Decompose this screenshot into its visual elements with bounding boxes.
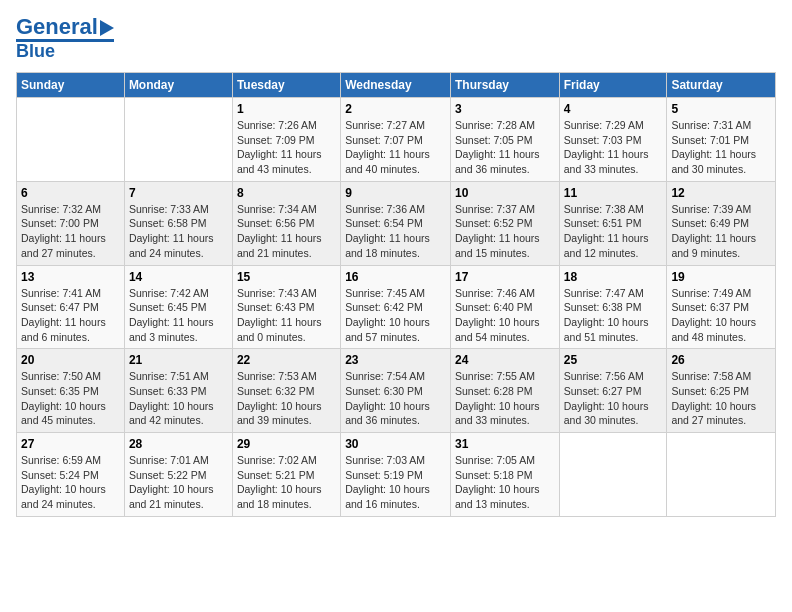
header-day-tuesday: Tuesday: [232, 73, 340, 98]
calendar-cell: 4Sunrise: 7:29 AM Sunset: 7:03 PM Daylig…: [559, 98, 667, 182]
calendar-cell: [667, 433, 776, 517]
day-number: 14: [129, 270, 228, 284]
header-row: SundayMondayTuesdayWednesdayThursdayFrid…: [17, 73, 776, 98]
calendar-cell: 27Sunrise: 6:59 AM Sunset: 5:24 PM Dayli…: [17, 433, 125, 517]
day-info: Sunrise: 7:05 AM Sunset: 5:18 PM Dayligh…: [455, 454, 540, 510]
day-number: 27: [21, 437, 120, 451]
day-info: Sunrise: 7:54 AM Sunset: 6:30 PM Dayligh…: [345, 370, 430, 426]
calendar-cell: 8Sunrise: 7:34 AM Sunset: 6:56 PM Daylig…: [232, 181, 340, 265]
day-info: Sunrise: 7:56 AM Sunset: 6:27 PM Dayligh…: [564, 370, 649, 426]
calendar-cell: 1Sunrise: 7:26 AM Sunset: 7:09 PM Daylig…: [232, 98, 340, 182]
calendar-cell: 16Sunrise: 7:45 AM Sunset: 6:42 PM Dayli…: [341, 265, 451, 349]
calendar-cell: 25Sunrise: 7:56 AM Sunset: 6:27 PM Dayli…: [559, 349, 667, 433]
day-number: 21: [129, 353, 228, 367]
calendar-cell: 20Sunrise: 7:50 AM Sunset: 6:35 PM Dayli…: [17, 349, 125, 433]
day-info: Sunrise: 7:51 AM Sunset: 6:33 PM Dayligh…: [129, 370, 214, 426]
header-day-thursday: Thursday: [450, 73, 559, 98]
calendar-cell: 9Sunrise: 7:36 AM Sunset: 6:54 PM Daylig…: [341, 181, 451, 265]
day-number: 16: [345, 270, 446, 284]
header-day-monday: Monday: [124, 73, 232, 98]
day-info: Sunrise: 7:37 AM Sunset: 6:52 PM Dayligh…: [455, 203, 540, 259]
calendar-cell: 13Sunrise: 7:41 AM Sunset: 6:47 PM Dayli…: [17, 265, 125, 349]
day-number: 4: [564, 102, 663, 116]
week-row-2: 6Sunrise: 7:32 AM Sunset: 7:00 PM Daylig…: [17, 181, 776, 265]
day-info: Sunrise: 7:47 AM Sunset: 6:38 PM Dayligh…: [564, 287, 649, 343]
day-number: 11: [564, 186, 663, 200]
day-number: 23: [345, 353, 446, 367]
header-day-saturday: Saturday: [667, 73, 776, 98]
day-number: 30: [345, 437, 446, 451]
day-info: Sunrise: 7:55 AM Sunset: 6:28 PM Dayligh…: [455, 370, 540, 426]
day-info: Sunrise: 7:46 AM Sunset: 6:40 PM Dayligh…: [455, 287, 540, 343]
calendar-cell: [17, 98, 125, 182]
header-day-sunday: Sunday: [17, 73, 125, 98]
calendar-table: SundayMondayTuesdayWednesdayThursdayFrid…: [16, 72, 776, 517]
day-number: 10: [455, 186, 555, 200]
day-number: 19: [671, 270, 771, 284]
day-number: 25: [564, 353, 663, 367]
calendar-cell: 26Sunrise: 7:58 AM Sunset: 6:25 PM Dayli…: [667, 349, 776, 433]
calendar-cell: 15Sunrise: 7:43 AM Sunset: 6:43 PM Dayli…: [232, 265, 340, 349]
day-number: 9: [345, 186, 446, 200]
calendar-cell: 29Sunrise: 7:02 AM Sunset: 5:21 PM Dayli…: [232, 433, 340, 517]
day-info: Sunrise: 7:27 AM Sunset: 7:07 PM Dayligh…: [345, 119, 430, 175]
day-info: Sunrise: 7:58 AM Sunset: 6:25 PM Dayligh…: [671, 370, 756, 426]
calendar-cell: 23Sunrise: 7:54 AM Sunset: 6:30 PM Dayli…: [341, 349, 451, 433]
calendar-cell: 28Sunrise: 7:01 AM Sunset: 5:22 PM Dayli…: [124, 433, 232, 517]
day-info: Sunrise: 7:33 AM Sunset: 6:58 PM Dayligh…: [129, 203, 214, 259]
calendar-cell: 14Sunrise: 7:42 AM Sunset: 6:45 PM Dayli…: [124, 265, 232, 349]
day-info: Sunrise: 7:49 AM Sunset: 6:37 PM Dayligh…: [671, 287, 756, 343]
calendar-cell: 22Sunrise: 7:53 AM Sunset: 6:32 PM Dayli…: [232, 349, 340, 433]
calendar-cell: 19Sunrise: 7:49 AM Sunset: 6:37 PM Dayli…: [667, 265, 776, 349]
day-number: 28: [129, 437, 228, 451]
page-header: General Blue: [16, 16, 776, 60]
day-number: 20: [21, 353, 120, 367]
calendar-cell: 12Sunrise: 7:39 AM Sunset: 6:49 PM Dayli…: [667, 181, 776, 265]
calendar-cell: 24Sunrise: 7:55 AM Sunset: 6:28 PM Dayli…: [450, 349, 559, 433]
day-number: 6: [21, 186, 120, 200]
day-info: Sunrise: 7:26 AM Sunset: 7:09 PM Dayligh…: [237, 119, 322, 175]
day-number: 31: [455, 437, 555, 451]
day-info: Sunrise: 6:59 AM Sunset: 5:24 PM Dayligh…: [21, 454, 106, 510]
day-number: 1: [237, 102, 336, 116]
day-info: Sunrise: 7:34 AM Sunset: 6:56 PM Dayligh…: [237, 203, 322, 259]
day-info: Sunrise: 7:02 AM Sunset: 5:21 PM Dayligh…: [237, 454, 322, 510]
calendar-cell: 2Sunrise: 7:27 AM Sunset: 7:07 PM Daylig…: [341, 98, 451, 182]
day-number: 12: [671, 186, 771, 200]
day-number: 15: [237, 270, 336, 284]
day-info: Sunrise: 7:31 AM Sunset: 7:01 PM Dayligh…: [671, 119, 756, 175]
day-info: Sunrise: 7:01 AM Sunset: 5:22 PM Dayligh…: [129, 454, 214, 510]
calendar-cell: 6Sunrise: 7:32 AM Sunset: 7:00 PM Daylig…: [17, 181, 125, 265]
day-info: Sunrise: 7:42 AM Sunset: 6:45 PM Dayligh…: [129, 287, 214, 343]
calendar-cell: 31Sunrise: 7:05 AM Sunset: 5:18 PM Dayli…: [450, 433, 559, 517]
day-number: 5: [671, 102, 771, 116]
day-number: 13: [21, 270, 120, 284]
day-info: Sunrise: 7:53 AM Sunset: 6:32 PM Dayligh…: [237, 370, 322, 426]
day-info: Sunrise: 7:50 AM Sunset: 6:35 PM Dayligh…: [21, 370, 106, 426]
calendar-cell: [124, 98, 232, 182]
logo-text: General: [16, 16, 114, 38]
header-day-friday: Friday: [559, 73, 667, 98]
calendar-cell: [559, 433, 667, 517]
day-info: Sunrise: 7:41 AM Sunset: 6:47 PM Dayligh…: [21, 287, 106, 343]
day-info: Sunrise: 7:45 AM Sunset: 6:42 PM Dayligh…: [345, 287, 430, 343]
day-info: Sunrise: 7:29 AM Sunset: 7:03 PM Dayligh…: [564, 119, 649, 175]
day-number: 22: [237, 353, 336, 367]
logo: General Blue: [16, 16, 114, 60]
day-number: 3: [455, 102, 555, 116]
day-number: 18: [564, 270, 663, 284]
calendar-cell: 30Sunrise: 7:03 AM Sunset: 5:19 PM Dayli…: [341, 433, 451, 517]
calendar-cell: 21Sunrise: 7:51 AM Sunset: 6:33 PM Dayli…: [124, 349, 232, 433]
calendar-cell: 3Sunrise: 7:28 AM Sunset: 7:05 PM Daylig…: [450, 98, 559, 182]
calendar-cell: 18Sunrise: 7:47 AM Sunset: 6:38 PM Dayli…: [559, 265, 667, 349]
week-row-5: 27Sunrise: 6:59 AM Sunset: 5:24 PM Dayli…: [17, 433, 776, 517]
calendar-cell: 10Sunrise: 7:37 AM Sunset: 6:52 PM Dayli…: [450, 181, 559, 265]
day-info: Sunrise: 7:03 AM Sunset: 5:19 PM Dayligh…: [345, 454, 430, 510]
day-number: 29: [237, 437, 336, 451]
day-number: 8: [237, 186, 336, 200]
week-row-3: 13Sunrise: 7:41 AM Sunset: 6:47 PM Dayli…: [17, 265, 776, 349]
day-number: 24: [455, 353, 555, 367]
calendar-cell: 7Sunrise: 7:33 AM Sunset: 6:58 PM Daylig…: [124, 181, 232, 265]
day-number: 17: [455, 270, 555, 284]
week-row-4: 20Sunrise: 7:50 AM Sunset: 6:35 PM Dayli…: [17, 349, 776, 433]
